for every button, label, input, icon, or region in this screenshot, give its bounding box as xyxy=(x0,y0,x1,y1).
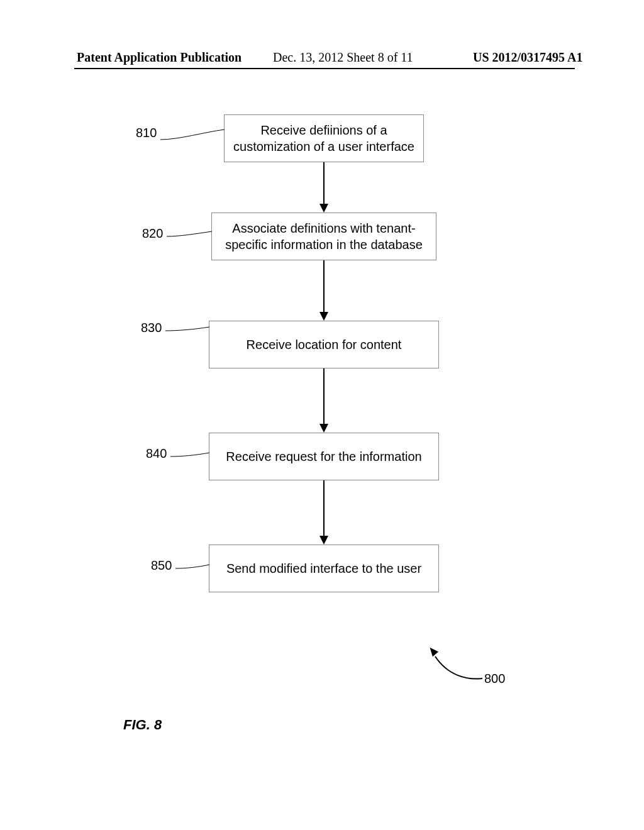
leader-800 xyxy=(429,650,479,688)
step-810-text: Receive defiinions of a customization of… xyxy=(231,122,417,155)
step-820-text: Associate definitions with tenant-specif… xyxy=(218,220,430,253)
arrow-830-840-head xyxy=(319,424,328,433)
step-830-box: Receive location for content xyxy=(209,321,439,368)
arrow-810-820-line xyxy=(323,162,325,205)
header-rule xyxy=(74,68,575,69)
step-840-text: Receive request for the information xyxy=(226,448,421,465)
leader-820 xyxy=(167,226,217,245)
leader-810 xyxy=(160,126,230,145)
step-840-box: Receive request for the information xyxy=(209,433,439,480)
header-left: Patent Application Publication xyxy=(77,50,242,65)
arrow-840-850-head xyxy=(319,536,328,545)
step-830-text: Receive location for content xyxy=(247,336,402,353)
leader-840 xyxy=(170,446,214,465)
figure-ref-800: 800 xyxy=(484,672,505,686)
arrow-840-850-line xyxy=(323,480,325,537)
arrow-820-830-head xyxy=(319,312,328,321)
leader-850 xyxy=(175,558,214,577)
arrow-830-840-line xyxy=(323,368,325,425)
step-840-ref: 840 xyxy=(146,446,167,461)
page: Patent Application Publication Dec. 13, … xyxy=(0,0,644,830)
step-810-box: Receive defiinions of a customization of… xyxy=(224,114,424,162)
header-right: US 2012/0317495 A1 xyxy=(473,50,582,65)
step-820-ref: 820 xyxy=(142,226,163,241)
step-850-ref: 850 xyxy=(151,558,172,573)
arrow-820-830-line xyxy=(323,260,325,313)
step-810-ref: 810 xyxy=(136,126,157,140)
step-830-ref: 830 xyxy=(141,321,162,335)
step-820-box: Associate definitions with tenant-specif… xyxy=(211,213,436,260)
arrow-810-820-head xyxy=(319,204,328,213)
leader-830 xyxy=(165,321,216,340)
header-mid: Dec. 13, 2012 Sheet 8 of 11 xyxy=(273,50,413,65)
step-850-box: Send modified interface to the user xyxy=(209,545,439,592)
step-850-text: Send modified interface to the user xyxy=(226,560,421,577)
figure-label: FIG. 8 xyxy=(123,717,162,733)
